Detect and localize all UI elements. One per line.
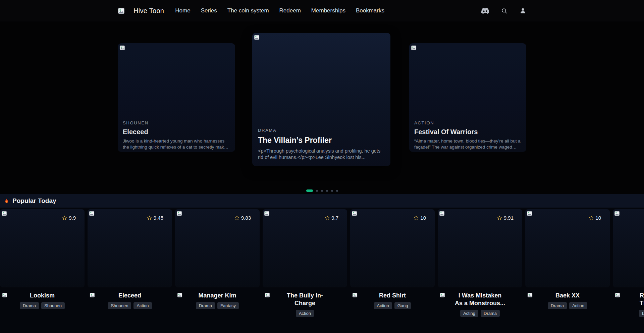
star-icon — [497, 215, 502, 220]
broken-image-icon — [89, 211, 95, 216]
navbar-container: Hive Toon HomeSeriesThe coin systemRedee… — [118, 7, 526, 15]
comic-card-baek-xx[interactable]: 10 Baek XX DramaAction — [525, 209, 610, 317]
navbar-actions — [481, 7, 526, 15]
genre-tag-drama[interactable]: Drama — [20, 302, 39, 309]
broken-image-icon — [527, 292, 533, 298]
nav-link-home[interactable]: Home — [175, 7, 190, 14]
comic-title[interactable]: Red Shirt — [362, 292, 423, 299]
comic-card-red-shirt[interactable]: 10 Red Shirt ActionGang — [350, 209, 435, 317]
comic-card-manager-kim[interactable]: 9.83 Manager Kim DramaFantasy — [175, 209, 260, 317]
star-icon — [234, 215, 239, 220]
hero-slide-eleceed[interactable]: SHOUNEN Eleceed Jiwoo is a kind-hearted … — [118, 43, 235, 152]
comic-title[interactable]: Baek XX — [537, 292, 598, 299]
tag-list: ShounenAction — [88, 302, 172, 309]
carousel-dot-5[interactable] — [331, 190, 333, 192]
comic-card-i-was-mistaken[interactable]: 9.91 I Was Mistaken As a Monstrous... Ac… — [438, 209, 522, 317]
genre-tag-acting[interactable]: Acting — [460, 310, 478, 317]
genre-tag-drama[interactable]: Drama — [481, 310, 500, 317]
genre-tag-action[interactable]: Action — [296, 310, 314, 317]
broken-image-icon — [439, 211, 445, 216]
comic-card-lookism[interactable]: 9.9 Lookism DramaShounen — [0, 209, 85, 317]
tag-list: DramaAction — [525, 302, 610, 309]
discord-button[interactable] — [481, 7, 489, 15]
comic-card-info: R Tl D — [613, 292, 644, 317]
comic-cover[interactable] — [613, 209, 644, 287]
genre-tag-fantasy[interactable]: Fantasy — [217, 302, 239, 309]
hero-description: Jiwoo is a kind-hearted young man who ha… — [123, 138, 230, 150]
rating-value: 10 — [420, 215, 426, 221]
comic-cover[interactable]: 9.83 — [175, 209, 260, 287]
carousel-dot-3[interactable] — [321, 190, 323, 192]
tag-list: Action — [263, 310, 347, 317]
rating-value: 9.91 — [504, 215, 514, 221]
comic-title[interactable]: Lookism — [12, 292, 73, 299]
comic-cover[interactable]: 9.91 — [438, 209, 522, 287]
star-icon — [414, 215, 419, 220]
rating-value: 10 — [595, 215, 601, 221]
hero-carousel: SHOUNEN Eleceed Jiwoo is a kind-hearted … — [118, 21, 526, 194]
genre-tag-gang[interactable]: Gang — [394, 302, 411, 309]
popular-cards-row: 9.9 Lookism DramaShounen 9.45 Eleceed Sh… — [0, 209, 644, 317]
hero-category: SHOUNEN — [123, 120, 230, 125]
tag-list: D — [613, 310, 644, 317]
nav-link-bookmarks[interactable]: Bookmarks — [356, 7, 384, 14]
genre-tag-drama[interactable]: Drama — [548, 302, 567, 309]
comic-card-info: Red Shirt ActionGang — [350, 292, 435, 309]
star-icon — [589, 215, 594, 220]
nav-link-series[interactable]: Series — [201, 7, 217, 14]
genre-tag-drama[interactable]: Drama — [196, 302, 215, 309]
carousel-dot-2[interactable] — [316, 190, 318, 192]
comic-cover[interactable]: 9.7 — [263, 209, 347, 287]
genre-tag-action[interactable]: Action — [374, 302, 392, 309]
comic-card-r[interactable]: R Tl D — [613, 209, 644, 317]
nav-link-redeem[interactable]: Redeem — [279, 7, 301, 14]
comic-title[interactable]: I Was Mistaken As a Monstrous... — [449, 292, 511, 307]
broken-image-icon — [2, 292, 7, 298]
hero-slide-the-villain-s-profiler[interactable]: DRAMA The Villain’s Profiler <p>Through … — [252, 33, 390, 166]
comic-cover[interactable]: 9.9 — [0, 209, 85, 287]
genre-tag-shounen[interactable]: Shounen — [108, 302, 131, 309]
carousel-dot-1[interactable] — [306, 189, 313, 192]
rating-badge: 9.7 — [325, 215, 338, 221]
brand[interactable]: Hive Toon — [118, 7, 164, 15]
carousel-dot-6[interactable] — [336, 190, 338, 192]
star-icon — [325, 215, 330, 220]
brand-name: Hive Toon — [133, 7, 164, 15]
carousel-dot-4[interactable] — [326, 190, 328, 192]
broken-image-icon — [440, 292, 445, 298]
broken-image-icon — [352, 292, 358, 298]
comic-card-eleceed[interactable]: 9.45 Eleceed ShounenAction — [88, 209, 172, 317]
rating-badge: 9.83 — [234, 215, 251, 221]
rating-badge: 10 — [589, 215, 601, 221]
hero-description: “Alma mater, home town, blood ties—they’… — [414, 138, 521, 150]
genre-tag-shounen[interactable]: Shounen — [41, 302, 65, 309]
comic-title[interactable]: The Bully In- Charge — [274, 292, 335, 307]
star-icon — [147, 215, 152, 220]
nav-link-memberships[interactable]: Memberships — [311, 7, 345, 14]
comic-cover[interactable]: 10 — [525, 209, 610, 287]
comic-card-info: Baek XX DramaAction — [525, 292, 610, 309]
hero-category: ACTION — [414, 120, 521, 125]
broken-image-icon — [411, 45, 417, 51]
search-button[interactable] — [501, 8, 507, 14]
rating-badge: 10 — [414, 215, 426, 221]
comic-cover[interactable]: 9.45 — [88, 209, 172, 287]
popular-cards-strip: 9.9 Lookism DramaShounen 9.45 Eleceed Sh… — [0, 208, 644, 317]
comic-title[interactable]: Manager Kim — [187, 292, 248, 299]
broken-image-icon — [119, 45, 125, 51]
nav-link-the-coin-system[interactable]: The coin system — [227, 7, 269, 14]
comic-title[interactable]: Eleceed — [99, 292, 160, 299]
broken-image-icon — [527, 211, 532, 216]
hero-description: <p>Through psychological analysis and pr… — [258, 148, 385, 161]
comic-cover[interactable]: 10 — [350, 209, 435, 287]
genre-tag-action[interactable]: Action — [133, 302, 152, 309]
carousel-dots — [0, 189, 644, 192]
flame-icon — [3, 198, 9, 204]
hero-slide-festival-of-warriors[interactable]: ACTION Festival Of Warriors “Alma mater,… — [409, 43, 526, 152]
popular-section-title: Popular Today — [12, 197, 56, 205]
genre-tag-d[interactable]: D — [639, 310, 644, 317]
hero-title: The Villain’s Profiler — [258, 136, 385, 145]
genre-tag-action[interactable]: Action — [569, 302, 587, 309]
account-button[interactable] — [520, 7, 526, 14]
comic-card-the-bully-in[interactable]: 9.7 The Bully In- Charge Action — [263, 209, 347, 317]
